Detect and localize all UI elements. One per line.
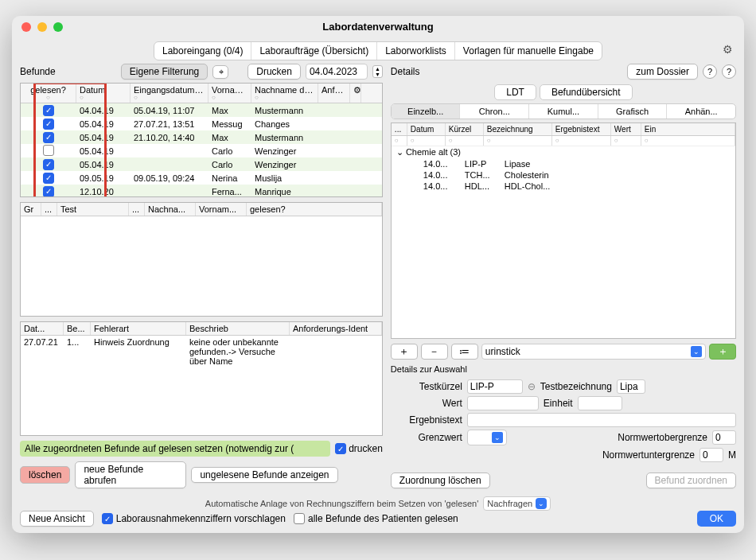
close-icon[interactable] [21, 22, 31, 32]
date-stepper[interactable]: ▲▼ [372, 65, 383, 78]
subtabs: Einzelb... Chron... Kumul... Grafisch An… [391, 103, 736, 119]
table-row[interactable]: ✓ 05.04.19 27.07.21, 13:51 Messug Change… [21, 117, 382, 130]
col-vornam[interactable]: Vornam... [196, 203, 247, 216]
print-button[interactable]: Drucken [247, 64, 301, 80]
inp-ergebnistext[interactable] [467, 413, 736, 427]
inp-testbez[interactable] [617, 379, 645, 394]
maximize-icon[interactable] [53, 22, 63, 32]
col-beschrieb[interactable]: Beschrieb [186, 322, 290, 335]
tree-item[interactable]: 14.0...TCH...Cholesterin [392, 169, 735, 181]
ok-button[interactable]: OK [697, 511, 736, 527]
zum-dossier-button[interactable]: zum Dossier [627, 64, 698, 80]
error-row[interactable]: 27.07.21 1... Hinweis Zuordnung keine od… [21, 336, 382, 368]
gelesen-checkbox[interactable] [43, 145, 54, 156]
gelesen-checkbox[interactable]: ✓ [43, 186, 54, 197]
inp-einheit[interactable] [578, 396, 622, 410]
gear-icon[interactable]: ⚙ [723, 43, 733, 56]
subtab-chron[interactable]: Chron... [460, 104, 529, 119]
ungelesene-button[interactable]: ungelesene Befunde anzeigen [191, 467, 337, 483]
tab-laborauftraege[interactable]: Laboraufträge (Übersicht) [251, 42, 377, 60]
neue-befunde-button[interactable]: neue Befunde abrufen [75, 461, 186, 488]
gelesen-checkbox[interactable]: ✓ [43, 132, 54, 143]
gelesen-checkbox[interactable]: ✓ [43, 159, 54, 170]
inp-unter[interactable] [699, 448, 723, 462]
funnel-icon[interactable]: ⌖ [212, 65, 228, 79]
gelesen-checkbox[interactable]: ✓ [43, 119, 54, 130]
col-test[interactable]: Test [57, 203, 129, 216]
col-eingang[interactable]: Eingangsdatum t... [134, 85, 207, 95]
table-row[interactable]: ✓ 12.10.20 Ferna... Manrique [21, 185, 382, 196]
window-title: Labordatenverwaltung [322, 21, 433, 33]
col-gelesen2[interactable]: gelesen? [247, 203, 382, 216]
test-select[interactable]: urinstick⌄ [481, 344, 706, 360]
subtab-kumul[interactable]: Kumul... [529, 104, 598, 119]
rcol-dots[interactable]: ... [392, 123, 407, 135]
drucken-checkbox[interactable]: ✓drucken [335, 443, 383, 454]
rcol-ein[interactable]: Ein [641, 123, 735, 135]
col-dots1[interactable]: ... [41, 203, 57, 216]
help-icon[interactable]: ? [703, 64, 717, 79]
detail-form: Testkürzel ⊖ Testbezeichnung Wert Einhei… [391, 377, 736, 465]
add-button[interactable]: ＋ [391, 344, 418, 360]
col-fehlerart[interactable]: Fehlerart [91, 322, 186, 335]
table-row[interactable]: ✓ 05.04.19 Carlo Wenzinger [21, 158, 382, 171]
inp-wert[interactable] [467, 396, 539, 410]
col-dots2[interactable]: ... [129, 203, 145, 216]
rcol-wert[interactable]: Wert [611, 123, 641, 135]
col-anforderung[interactable]: Anforde [321, 85, 350, 95]
subtab-anhaenge[interactable]: Anhän... [667, 104, 735, 119]
gear-icon[interactable]: ⚙ [350, 84, 361, 103]
lbl-grenzwert: Grenzwert [391, 432, 462, 443]
gelesen-checkbox[interactable]: ✓ [43, 173, 54, 184]
tree-parent[interactable]: ⌄ Chemie alt (3) [392, 146, 735, 158]
filter-button[interactable]: Eigene Filterung [121, 64, 208, 80]
filter-table: Gr ... Test ... Nachna... Vornam... gele… [20, 202, 383, 317]
col-dat[interactable]: Dat... [21, 322, 64, 335]
help-icon-2[interactable]: ? [722, 64, 736, 79]
rcol-kuerzel[interactable]: Kürzel [446, 123, 484, 135]
tab-laboreingang[interactable]: Laboreingang (0/4) [154, 42, 251, 60]
alle-befunde-checkbox[interactable]: alle Befunde des Patienten gelesen [294, 513, 458, 524]
inp-testkuerzel[interactable] [467, 379, 523, 394]
subtab-grafisch[interactable]: Grafisch [598, 104, 668, 119]
tab-befunduebersicht[interactable]: Befundübersicht [540, 84, 633, 100]
inp-grenzwert[interactable]: ⌄ [467, 430, 507, 445]
clear-icon[interactable]: ⊖ [528, 381, 536, 392]
tab-laborworklists[interactable]: Laborworklists [377, 42, 455, 60]
gelesen-checkbox[interactable]: ✓ [43, 105, 54, 116]
date-input[interactable] [306, 64, 368, 80]
rcol-datum[interactable]: Datum [407, 123, 446, 135]
inp-ober[interactable] [712, 430, 736, 445]
lbl-wert: Wert [391, 398, 462, 409]
remove-button[interactable]: － [421, 344, 448, 360]
zuordnung-loeschen-button[interactable]: Zuordnung löschen [391, 472, 490, 488]
table-row[interactable]: ✓ 05.04.19 21.10.20, 14:40 Max Musterman… [21, 130, 382, 144]
table-row[interactable]: ✓ 09.05.19 09.05.19, 09:24 Nerina Muslij… [21, 171, 382, 185]
col-nachname[interactable]: Nachname des... [255, 85, 318, 95]
auto-anlagen-label: Automatische Anlage von Rechnungsziffern… [205, 499, 478, 508]
subtab-einzel[interactable]: Einzelb... [392, 104, 461, 119]
tab-ldt[interactable]: LDT [494, 84, 536, 100]
col-gr[interactable]: Gr [21, 203, 41, 216]
minimize-icon[interactable] [37, 22, 47, 32]
col-vorname[interactable]: Vornam... [212, 85, 249, 95]
details-auswahl-label: Details zur Auswahl [391, 364, 736, 374]
tab-vorlagen[interactable]: Vorlagen für manuelle Eingabe [455, 42, 602, 60]
nachfragen-select[interactable]: Nachfragen⌄ [483, 496, 551, 511]
col-anfident[interactable]: Anforderungs-Ident [290, 322, 382, 335]
lbl-testbez: Testbezeichnung [540, 381, 612, 392]
col-nachna[interactable]: Nachna... [145, 203, 196, 216]
table-row[interactable]: ✓ 04.04.19 05.04.19, 11:07 Max Musterman… [21, 103, 382, 117]
tree-item[interactable]: 14.0...LIP-PLipase [392, 158, 735, 169]
rcol-ergebnistext[interactable]: Ergebnistext [552, 123, 611, 135]
list-button[interactable]: ≔ [451, 344, 478, 360]
neue-ansicht-button[interactable]: Neue Ansicht [20, 511, 94, 527]
rcol-bezeichnung[interactable]: Bezeichnung [484, 123, 552, 135]
loeschen-button[interactable]: löschen [20, 466, 70, 484]
add-green-button[interactable]: ＋ [709, 344, 736, 360]
col-be[interactable]: Be... [64, 322, 91, 335]
laborausnahme-checkbox[interactable]: ✓Laborausnahmekennziffern vorschlagen [102, 513, 286, 524]
table-row[interactable]: 05.04.19 Carlo Wenzinger [21, 144, 382, 158]
tree-item[interactable]: 14.0...HDL...HDL-Chol... [392, 181, 735, 192]
set-gelesen-info: Alle zugeordneten Befunde auf gelesen se… [20, 441, 330, 457]
